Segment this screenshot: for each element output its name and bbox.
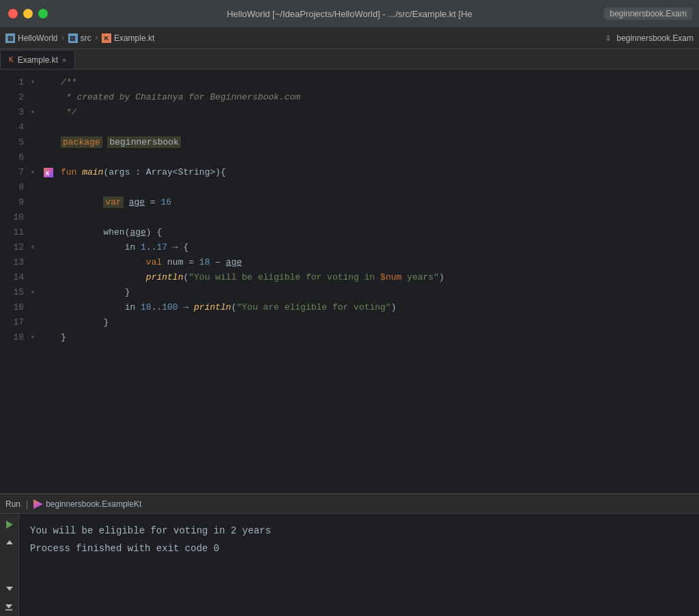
- run-scroll-up-button[interactable]: [3, 536, 16, 549]
- run-toolbar: [0, 514, 19, 616]
- code-line-15: }: [61, 285, 699, 300]
- line-number-10: 10: [0, 210, 24, 225]
- code-line-5: package beginnersbook: [61, 135, 699, 150]
- code-line-9: var age = 16: [61, 195, 699, 210]
- line-number-12: 12: [0, 240, 24, 255]
- line-numbers: 123456789101112131415161718: [0, 70, 31, 493]
- close-button[interactable]: [8, 9, 18, 18]
- breadcrumb-helloworld[interactable]: ▤ HelloWorld: [5, 33, 57, 43]
- gutter-marker-1: [42, 75, 55, 90]
- tab-close-button[interactable]: ×: [62, 56, 66, 64]
- code-line-14: println("You will be eligible for voting…: [61, 270, 699, 285]
- code-line-18: }: [61, 330, 699, 345]
- breadcrumb-bar: ▤ HelloWorld › ▤ src › K Example.kt ⇩ be…: [0, 27, 699, 49]
- run-config-badge: beginnersbook.Exam: [604, 8, 692, 20]
- run-label: Run: [5, 499, 20, 509]
- fold-indicator-4: [31, 120, 42, 135]
- tab-example-kt[interactable]: K Example.kt ×: [0, 50, 75, 69]
- line-number-14: 14: [0, 270, 24, 285]
- run-panel: Run | beginnersbook.ExampleKt: [0, 493, 699, 616]
- folder-icon: ▤: [5, 33, 15, 43]
- gutter-marker-5: [42, 135, 55, 150]
- maximize-button[interactable]: [38, 9, 48, 18]
- gutter-marker-3: [42, 105, 55, 120]
- fold-indicator-6: [31, 150, 42, 165]
- run-output: You will be eligible for voting in 2 yea…: [19, 514, 699, 616]
- code-line-6: [61, 150, 699, 165]
- line-number-5: 5: [0, 135, 24, 150]
- fold-indicator-9: [31, 195, 42, 210]
- line-number-18: 18: [0, 330, 24, 345]
- line-number-4: 4: [0, 120, 24, 135]
- gutter-area: K: [42, 70, 55, 493]
- breadcrumb-label: HelloWorld: [18, 33, 57, 43]
- gutter-marker-14: [42, 270, 55, 285]
- breadcrumb-sep-1: ›: [60, 33, 65, 43]
- run-separator: |: [26, 499, 28, 509]
- gutter-marker-6: [42, 150, 55, 165]
- gutter-marker-4: [42, 120, 55, 135]
- breadcrumb-file-label: Example.kt: [114, 33, 154, 43]
- run-output-line1: You will be eligible for voting in 2 yea…: [30, 522, 688, 540]
- line-number-6: 6: [0, 150, 24, 165]
- fold-indicator-5: [31, 135, 42, 150]
- run-fast-forward-button[interactable]: [3, 600, 16, 613]
- fold-indicator-15[interactable]: ▾: [31, 285, 42, 300]
- gutter-marker-9: [42, 195, 55, 210]
- svg-marker-5: [6, 587, 13, 591]
- fold-indicator-8: [31, 180, 42, 195]
- fold-indicator-12[interactable]: ▾: [31, 240, 42, 255]
- fold-indicator-1[interactable]: ▾: [31, 75, 42, 90]
- kotlin-run-icon: [33, 499, 43, 509]
- run-config-name-text: beginnersbook.ExampleKt: [46, 499, 141, 509]
- breadcrumb-right: ⇩ beginnersbook.Exam: [605, 32, 694, 44]
- code-line-17: }: [61, 315, 699, 330]
- gutter-marker-18: [42, 330, 55, 345]
- svg-text:K: K: [46, 171, 50, 177]
- folder-icon-2: ▤: [68, 33, 78, 43]
- run-play-button[interactable]: [3, 518, 16, 531]
- line-number-8: 8: [0, 180, 24, 195]
- minimize-button[interactable]: [23, 9, 33, 18]
- line-number-17: 17: [0, 315, 24, 330]
- gutter-marker-8: [42, 180, 55, 195]
- breadcrumb-src[interactable]: ▤ src: [68, 33, 91, 43]
- gutter-marker-15: [42, 285, 55, 300]
- run-scroll-end-button[interactable]: [3, 582, 16, 596]
- svg-marker-3: [6, 520, 13, 529]
- code-line-2: * created by Chaitanya for Beginnersbook…: [61, 90, 699, 105]
- editor-container: 123456789101112131415161718 ▾▾▾▾▾▾ K /**…: [0, 70, 699, 493]
- download-icon[interactable]: ⇩: [605, 32, 611, 44]
- gutter-marker-10: [42, 210, 55, 225]
- kotlin-file-icon: K: [102, 33, 111, 43]
- fold-indicator-3[interactable]: ▾: [31, 105, 42, 120]
- gutter-marker-2: [42, 90, 55, 105]
- gutter-marker-12: [42, 240, 55, 255]
- fold-indicator-16: [31, 300, 42, 315]
- code-line-10: [61, 210, 699, 225]
- gutter-marker-13: [42, 255, 55, 270]
- run-panel-header: Run | beginnersbook.ExampleKt: [0, 495, 699, 514]
- code-line-11: when(age) {: [61, 225, 699, 240]
- code-area[interactable]: /** * created by Chaitanya for Beginners…: [55, 70, 699, 493]
- line-number-7: 7: [0, 165, 24, 180]
- code-line-13: val num = 18 – age: [61, 255, 699, 270]
- code-line-1: /**: [61, 75, 699, 90]
- svg-marker-6: [5, 604, 12, 608]
- tab-bar: K Example.kt ×: [0, 49, 699, 70]
- fold-indicator-17: [31, 315, 42, 330]
- fold-indicator-18[interactable]: ▾: [31, 330, 42, 345]
- title-bar: HelloWorld [~/IdeaProjects/HelloWorld] -…: [0, 0, 699, 27]
- line-number-3: 3: [0, 105, 24, 120]
- fold-indicator-7[interactable]: ▾: [31, 165, 42, 180]
- fold-indicator-13: [31, 255, 42, 270]
- gutter-marker-11: [42, 225, 55, 240]
- breadcrumb-file[interactable]: K Example.kt: [102, 33, 154, 43]
- code-line-7: fun main(args : Array<String>){: [61, 165, 699, 180]
- line-number-11: 11: [0, 225, 24, 240]
- code-line-8: [61, 180, 699, 195]
- window-title: HelloWorld [~/IdeaProjects/HelloWorld] -…: [227, 9, 472, 19]
- fold-indicator-14: [31, 270, 42, 285]
- run-config-name: beginnersbook.ExampleKt: [33, 499, 141, 509]
- fold-indicator-2: [31, 90, 42, 105]
